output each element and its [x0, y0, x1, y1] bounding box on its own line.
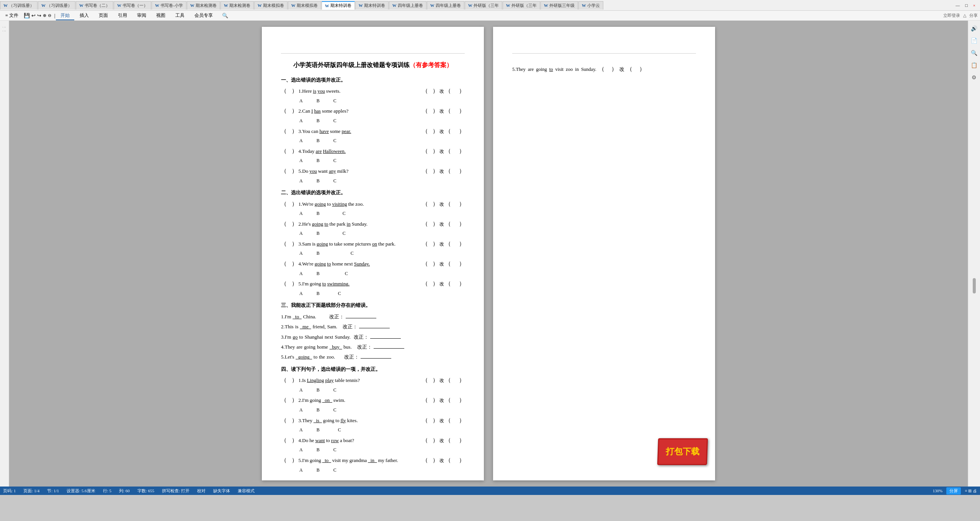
zoom-level: 130%	[933, 488, 943, 493]
section-info: 节: 1/1	[47, 488, 59, 494]
title-tab[interactable]: W书写卷-小学	[152, 1, 186, 10]
ex3-4: 4.They are going home _buy_ bus. 改正：	[281, 342, 465, 351]
proofread: 校对	[197, 488, 206, 494]
title-tab[interactable]: W期末检测卷	[187, 1, 220, 10]
tab-review[interactable]: 审阅	[132, 11, 151, 20]
tab-member[interactable]: 会员专享	[190, 11, 217, 20]
tab-tools[interactable]: 工具	[171, 11, 189, 20]
tab-reference[interactable]: 引用	[113, 11, 132, 20]
ex1-2-row: （ ） 2.Can I has some apples? （ ） 改 （ ）	[281, 106, 465, 116]
tab-page[interactable]: 页面	[94, 11, 113, 20]
ex4-5: （ ） 5.I'm going _to_ visit my grandma _i…	[281, 456, 465, 474]
ex1-1-left: （ ） 1.Here is you sweets.	[281, 87, 415, 95]
minimize-button[interactable]: —	[954, 3, 961, 8]
title-tab[interactable]: W期末检测卷	[220, 1, 254, 10]
title-tab[interactable]: W外研版（三年	[503, 1, 540, 10]
share-button[interactable]: 分享	[969, 13, 978, 18]
settings-info: 设置器: 5.6厘米	[67, 488, 95, 494]
title-tab[interactable]: W书写卷（一）	[114, 1, 151, 10]
ex4-1: （ ） 1.Is Lingling play table tennis? （ ）…	[281, 376, 465, 394]
ex1-5: （ ） 5.Do you want any milk? （ ） 改 （ ）	[281, 167, 465, 185]
right-sidebar: 🔊 📄 🔍 📋 ⚙	[968, 21, 980, 487]
file-menu[interactable]: ≡ 文件	[2, 11, 21, 20]
sidebar-icon-1[interactable]: 🔊	[970, 24, 979, 33]
section2-title: 二、选出错误的选项并改正。	[281, 188, 465, 197]
ex2-5: （ ） 5.I'm going to swimming. （ ） 改 （ ） A…	[281, 279, 465, 298]
ex4-4: （ ） 4.Do he want to row a boat? （ ） 改 （ …	[281, 436, 465, 454]
word-count: 字数: 655	[137, 488, 154, 494]
window-controls[interactable]: — □ ×	[951, 3, 980, 8]
sidebar-icon-5[interactable]: ⚙	[970, 73, 979, 82]
sidebar-icon-3[interactable]: 🔍	[970, 48, 979, 57]
title-tab[interactable]: W书写卷（二）	[76, 1, 113, 10]
ex1-1-right: （ ） 改 （ ）	[422, 87, 465, 96]
split-button[interactable]: 分屏	[946, 487, 961, 495]
ex4-2: （ ） 2.I'm going _on_ swim. （ ） 改 （ ） ABC	[281, 396, 465, 414]
page-of: 页面: 1/4	[23, 488, 39, 494]
ex1-1: （ ） 1.Here is you sweets. （ ） 改 （	[281, 87, 465, 105]
title-tab[interactable]: W期末特训卷	[355, 1, 389, 10]
you-word-1: you	[309, 167, 317, 175]
download-badge[interactable]: 打包下载	[657, 438, 708, 465]
to-word: to	[549, 65, 553, 74]
read-mode: 兼容模式	[238, 488, 255, 494]
title-tab[interactable]: W四年级上册卷	[389, 1, 426, 10]
tab-strip: W（习训练册）W（习训练册）W书写卷（二）W书写卷（一）W书写卷-小学W期末检测…	[0, 0, 951, 10]
title-tab[interactable]: W四年级上册卷	[427, 1, 464, 10]
col-info: 列: 60	[119, 488, 130, 494]
ex2-1: （ ） 1.We're going to visiting the zoo. （…	[281, 200, 465, 218]
section4-title: 四、读下列句子，选出错误的一项，并改正。	[281, 365, 465, 374]
title-tab[interactable]: W外研版三年级	[541, 1, 578, 10]
ex-num: 1.Here	[299, 87, 312, 95]
status-bar: 页码: 1 页面: 1/4 节: 1/1 设置器: 5.6厘米 行: 5 列: …	[0, 487, 980, 495]
status-right: 130% 分屏 ≡ ⊞ 🖨	[933, 487, 977, 495]
tab-view[interactable]: 视图	[152, 11, 170, 20]
ex3-2: 2.This is _me_ friend, Sam. 改正：	[281, 322, 465, 331]
left-panel-icon: ⋮⋮	[2, 25, 7, 33]
doc-title: 小学英语外研版四年级上册改错题专项训练（有参考答案）	[281, 60, 465, 71]
tab-start[interactable]: 开始	[56, 11, 74, 20]
title-bar: W（习训练册）W（习训练册）W书写卷（二）W书写卷（一）W书写卷-小学W期末检测…	[0, 0, 980, 11]
miss-char: 缺失字体	[213, 488, 230, 494]
view-icons: ≡ ⊞ 🖨	[965, 488, 977, 493]
ex4-3: （ ） 3.They _is_ going to fly kites. （ ） …	[281, 416, 465, 434]
title-tab[interactable]: W外研版（三年	[465, 1, 502, 10]
ex2-3: （ ） 3.Sam is going to take some pictures…	[281, 239, 465, 258]
comment-button[interactable]: △	[963, 13, 966, 18]
title-tab[interactable]: W期末特训卷	[322, 1, 355, 10]
page-header	[281, 42, 465, 54]
title-tab[interactable]: W期末模拟卷	[254, 1, 287, 10]
toolbar-icons: 💾 ↩ ↪ ⊕ ⊖ |	[24, 13, 56, 19]
title-tab[interactable]: W小学云	[578, 1, 603, 10]
document-page-2: 5.They are going to visit zoo in Sunday.…	[493, 27, 715, 480]
section1-title: 一、选出错误的选项并改正。	[281, 75, 465, 84]
doc2-sentence5: 5.They are going to visit zoo in Sunday.…	[512, 65, 696, 74]
title-tab[interactable]: W（习训练册）	[0, 1, 38, 10]
me-word: _me_	[300, 322, 311, 331]
sidebar-icon-4[interactable]: 📋	[970, 61, 979, 70]
close-button[interactable]: ×	[972, 3, 977, 8]
ex-word-you: you	[317, 87, 325, 95]
ex1-4: （ ） 4.Today are Halloween. （ ） 改 （ ） ABC	[281, 147, 465, 165]
row-info: 行: 5	[103, 488, 111, 494]
title-tab[interactable]: W（习训练册）	[38, 1, 75, 10]
ex1-2: （ ） 2.Can I has some apples? （ ） 改 （ ）	[281, 106, 465, 125]
blank-space	[288, 87, 291, 95]
left-panel: ⋮⋮	[0, 21, 9, 487]
ex1-3: （ ） 3.You can have some pear. （ ） 改 （ ）	[281, 127, 465, 145]
login-button[interactable]: 立即登录	[943, 13, 960, 18]
ex1-1-abc: ABC	[299, 97, 465, 105]
sidebar-scroll-thumb[interactable]	[973, 278, 976, 293]
ex-word-sweets: sweets.	[326, 87, 341, 95]
document-page-1: 小学英语外研版四年级上册改错题专项训练（有参考答案） 一、选出错误的选项并改正。…	[262, 27, 484, 480]
tab-insert[interactable]: 插入	[75, 11, 93, 20]
page2-header	[512, 42, 696, 54]
page-content-area: 小学英语外研版四年级上册改错题专项训练（有参考答案） 一、选出错误的选项并改正。…	[9, 21, 968, 487]
section3-title: 三、我能改正下面题线部分存在的错误。	[281, 301, 465, 310]
sidebar-icon-2[interactable]: 📄	[970, 36, 979, 45]
spell-check: 拼写检查: 打开	[162, 488, 189, 494]
ex-word-is: is	[313, 87, 317, 95]
search-icon[interactable]: 🔍	[222, 13, 228, 19]
restore-button[interactable]: □	[964, 3, 969, 8]
title-tab[interactable]: W期末模拟卷	[288, 1, 321, 10]
